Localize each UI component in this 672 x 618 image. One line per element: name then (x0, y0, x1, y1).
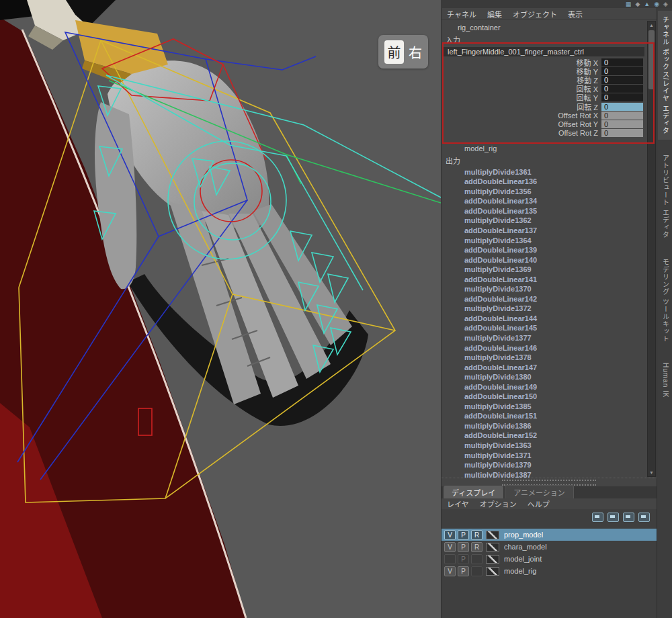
layer-color-swatch[interactable] (486, 531, 499, 539)
channel-value-field[interactable]: 0 (601, 67, 643, 75)
menu-channels[interactable]: チャネル (442, 9, 482, 19)
layer-toggle-p[interactable]: P (458, 530, 469, 540)
output-node-item[interactable]: addDoubleLinear145 (464, 323, 646, 333)
output-node-item[interactable]: addDoubleLinear150 (464, 392, 646, 402)
output-node-item[interactable]: addDoubleLinear136 (464, 177, 646, 187)
tab-animation[interactable]: アニメーション (505, 485, 574, 498)
layer-toggle-r[interactable]: R (471, 542, 482, 552)
layer-toggle-v[interactable]: V (444, 542, 456, 552)
container-node-label[interactable]: rig_container (458, 24, 646, 32)
create-empty-layer-icon[interactable] (607, 513, 619, 522)
output-node-item[interactable]: addDoubleLinear140 (464, 255, 646, 265)
layer-toggle-v[interactable]: V (444, 530, 456, 540)
output-node-item[interactable]: addDoubleLinear137 (464, 226, 646, 236)
channel-value-field[interactable]: 0 (601, 76, 643, 84)
output-node-item[interactable]: addDoubleLinear141 (464, 275, 646, 285)
layer-toggle-p[interactable]: P (458, 566, 469, 576)
output-node-item[interactable]: multiplyDivide1363 (464, 441, 646, 451)
layer-toggle-v[interactable] (444, 554, 456, 564)
output-node-item[interactable]: multiplyDivide1371 (464, 451, 646, 461)
channel-row: 回転 X0 (442, 85, 646, 93)
output-node-item[interactable]: multiplyDivide1372 (464, 304, 646, 314)
viewport-canvas[interactable] (0, 0, 441, 618)
channel-label[interactable]: 回転 Z (577, 101, 598, 112)
scrollbar-thumb[interactable] (648, 30, 655, 89)
scroll-up-button[interactable]: ▲ (648, 21, 655, 29)
menu-layers[interactable]: レイヤ (442, 498, 474, 509)
channel-label[interactable]: Offset Rot X (558, 112, 598, 120)
channel-value-field[interactable]: 0 (601, 103, 643, 111)
create-layer-from-selected-icon[interactable] (623, 513, 634, 522)
output-node-item[interactable]: multiplyDivide1386 (464, 421, 646, 431)
layer-sort-icon[interactable] (592, 513, 603, 522)
output-node-item[interactable]: multiplyDivide1387 (464, 470, 646, 478)
layer-row[interactable]: VPmodel_rig (442, 565, 657, 577)
output-node-item[interactable]: multiplyDivide1379 (464, 460, 646, 470)
tab-channel-box-layer-editor[interactable]: チャネル ボックス/レイヤ エディタ (658, 11, 672, 140)
output-node-item[interactable]: addDoubleLinear139 (464, 245, 646, 255)
channel-box-content: rig_container 入力 left_FingerMiddle_001_f… (442, 20, 657, 478)
menu-help[interactable]: ヘルプ (522, 498, 555, 509)
output-node-item[interactable]: multiplyDivide1380 (464, 372, 646, 382)
layer-row[interactable]: Pmodel_joint (442, 553, 657, 565)
layer-toggle-r[interactable]: R (471, 530, 482, 540)
layer-color-swatch[interactable] (486, 555, 499, 564)
output-node-item[interactable]: addDoubleLinear151 (464, 411, 646, 421)
output-node-item[interactable]: multiplyDivide1369 (464, 265, 646, 275)
channel-value-field[interactable]: 0 (601, 85, 643, 93)
channel-row: 回転 Z0 (442, 102, 646, 111)
layer-toggle-r[interactable] (471, 566, 482, 576)
output-node-item[interactable]: multiplyDivide1378 (464, 353, 646, 363)
menu-edit[interactable]: 編集 (482, 9, 507, 19)
channel-value-field[interactable]: 0 (601, 112, 643, 120)
channel-value-field[interactable]: 0 (601, 120, 643, 128)
layer-color-swatch[interactable] (486, 543, 499, 551)
menu-object[interactable]: オブジェクト (507, 9, 562, 19)
output-node-item[interactable]: multiplyDivide1356 (464, 187, 646, 197)
tab-modeling-toolkit[interactable]: モデリング ツールキット (658, 253, 672, 348)
camera-icon[interactable]: ◉ (654, 1, 659, 7)
channel-value-field[interactable]: 0 (601, 58, 643, 67)
3d-viewport[interactable]: 前 右 (0, 0, 441, 618)
layer-toggle-r[interactable] (471, 554, 482, 564)
pin-icon[interactable]: ▲ (644, 1, 650, 7)
output-node-item[interactable]: addDoubleLinear142 (464, 294, 646, 304)
channel-value-field[interactable]: 0 (601, 129, 643, 137)
channel-value-field[interactable]: 0 (601, 93, 643, 101)
output-node-item[interactable]: addDoubleLinear146 (464, 343, 646, 353)
layer-toggle-v[interactable]: V (444, 566, 456, 576)
monitor-icon[interactable]: ▦ (626, 1, 632, 7)
tab-display[interactable]: ディスプレイ (444, 486, 503, 498)
output-node-item[interactable]: multiplyDivide1385 (464, 402, 646, 412)
layer-toggle-p[interactable]: P (458, 554, 469, 564)
edit-layer-icon[interactable] (638, 513, 650, 522)
menu-show[interactable]: 表示 (562, 9, 588, 19)
lock-icon[interactable]: ◈ (663, 1, 668, 7)
output-node-item[interactable]: addDoubleLinear144 (464, 314, 646, 324)
scroll-down-button[interactable]: ▼ (648, 469, 655, 476)
translate-badge[interactable]: 前 右 (378, 35, 428, 69)
output-node-item[interactable]: addDoubleLinear149 (464, 382, 646, 392)
output-node-item[interactable]: multiplyDivide1377 (464, 333, 646, 343)
output-node-item[interactable]: multiplyDivide1362 (464, 216, 646, 226)
bookmark-icon[interactable]: ◆ (635, 1, 640, 7)
output-node-item[interactable]: multiplyDivide1361 (464, 167, 646, 177)
channel-label[interactable]: Offset Rot Z (558, 129, 598, 137)
tab-attribute-editor[interactable]: アトリビュート エディタ (658, 149, 672, 244)
channel-label[interactable]: Offset Rot Y (558, 120, 598, 128)
output-node-item[interactable]: addDoubleLinear134 (464, 196, 646, 206)
output-node-item[interactable]: addDoubleLinear135 (464, 206, 646, 216)
menu-options[interactable]: オプション (474, 498, 522, 509)
layer-row[interactable]: VPRprop_model (442, 529, 657, 541)
tab-human-ik[interactable]: Human IK (658, 357, 672, 403)
layer-color-swatch[interactable] (486, 567, 499, 576)
layer-row[interactable]: VPRchara_model (442, 541, 657, 553)
selected-node-row[interactable]: left_FingerMiddle_001_finger_master_ctrl (443, 47, 644, 56)
output-node-item[interactable]: multiplyDivide1370 (464, 284, 646, 294)
layer-toggle-p[interactable]: P (458, 542, 469, 552)
output-node-item[interactable]: addDoubleLinear147 (464, 363, 646, 373)
output-node-item[interactable]: addDoubleLinear152 (464, 431, 646, 441)
channel-box-scrollbar[interactable]: ▲ ▼ (647, 21, 656, 477)
secondary-node-label[interactable]: model_rig (464, 144, 646, 152)
output-node-item[interactable]: multiplyDivide1364 (464, 236, 646, 246)
